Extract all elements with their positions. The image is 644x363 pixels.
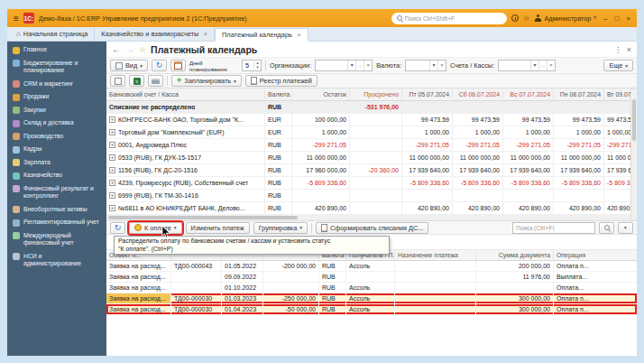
expand-icon[interactable]: + — [109, 205, 115, 211]
sidebar-item[interactable]: CRM и маркетинг — [7, 78, 106, 91]
structure-button[interactable] — [110, 75, 125, 87]
print-button[interactable] — [148, 75, 163, 87]
column-header-day[interactable]: Пн 08.07.2024 — [554, 88, 604, 100]
chevron-down-icon[interactable]: ▾ — [347, 60, 355, 70]
calendar-row[interactable]: +4239, Промресурс (RUB), Собственный сче… — [106, 177, 630, 190]
calendar-row[interactable]: +0533 (RUB), ГК ДУК-15-1517RUB11 000 000… — [106, 152, 630, 164]
sidebar-item[interactable]: Главное — [7, 43, 106, 57]
search-input[interactable] — [405, 15, 501, 22]
payment-row[interactable]: Заявка на расход...09.09.2022RUB11 976,0… — [106, 272, 637, 283]
scrollbar-thumb[interactable] — [108, 216, 298, 219]
calendar-button[interactable] — [170, 60, 186, 71]
tab[interactable]: ⌂Начальная страница — [10, 27, 95, 41]
sidebar-item[interactable]: Международный финансовый учет — [7, 229, 106, 250]
payment-row[interactable]: Заявка на расход...ТД00-00003001.04.2023… — [106, 304, 637, 315]
excel-export-button[interactable]: x — [129, 75, 144, 87]
to-pay-button[interactable]: К оплате ▾ — [129, 222, 182, 234]
org-field[interactable]: ▾ … × — [315, 60, 373, 71]
column-header-currency[interactable]: Валюта — [265, 88, 292, 100]
history-icon[interactable] — [511, 14, 519, 22]
sidebar-item[interactable]: Закупки — [7, 104, 106, 117]
tab[interactable]: Платежный календарь× — [215, 28, 308, 42]
edit-payment-button[interactable]: Изменить платеж — [186, 222, 250, 234]
grouping-button[interactable]: Группировка ▾ — [253, 222, 308, 234]
expand-icon[interactable]: + — [109, 192, 115, 199]
scrollbar-thumb[interactable] — [632, 99, 636, 141]
clear-icon[interactable]: × — [547, 60, 555, 70]
accounts-field[interactable]: ▾ … × — [498, 60, 556, 71]
chevron-down-icon[interactable]: ▾ — [429, 60, 437, 70]
vertical-scrollbar[interactable] — [630, 88, 637, 220]
user-menu[interactable]: Администратор ▾ — [534, 14, 596, 23]
expand-icon[interactable]: + — [109, 142, 115, 148]
refresh-list-button[interactable]: ↻ — [110, 222, 125, 234]
forward-icon[interactable]: → — [125, 44, 134, 54]
payment-registry-button[interactable]: Реестр платежей — [245, 75, 317, 87]
sidebar-item[interactable]: Кадры — [7, 143, 106, 156]
column-header-balance[interactable]: Остаток — [292, 88, 350, 100]
sidebar-item[interactable]: Финансовый результат и контроллинг — [7, 182, 106, 203]
sidebar-item[interactable]: Склад и доставка — [7, 116, 106, 130]
maximize-button[interactable]: □ — [614, 14, 619, 23]
expand-icon[interactable]: + — [109, 154, 115, 161]
favorites-icon[interactable]: ☆ — [523, 14, 530, 23]
column-header-day[interactable]: Вт 09.07.2024 — [604, 88, 630, 100]
payment-row[interactable]: Заявка на расход...ТД00-00004301.05.2022… — [106, 261, 637, 272]
calendar-row[interactable]: +6999 (RUB), ГК ТМ-30-1416RUB — [106, 190, 630, 202]
global-search[interactable] — [391, 13, 507, 24]
column-header-purpose[interactable]: Назначение платежа — [395, 250, 476, 260]
expand-icon[interactable]: + — [109, 129, 115, 135]
calendar-row[interactable]: +0001, Андромеда ПлюсRUB-299 271,05-299 … — [106, 139, 630, 152]
column-header-day[interactable]: Сб 06.07.2024 — [453, 88, 503, 100]
sidebar-item[interactable]: Продажи — [7, 90, 106, 104]
sidebar-item[interactable]: Казначейство — [7, 169, 106, 182]
clear-icon[interactable]: × — [363, 60, 372, 70]
column-header-day[interactable]: Вс 07.07.2024 — [503, 88, 554, 100]
list-search[interactable] — [512, 222, 595, 234]
calendar-row[interactable]: +1156 (RUB), ГК ДС-20-1516RUB17 960 000,… — [106, 164, 630, 177]
favorite-star-icon[interactable]: ☆ — [139, 45, 146, 54]
expand-icon[interactable]: + — [109, 116, 115, 123]
tab[interactable]: Казначейство и взаиморасчеты× — [95, 27, 215, 41]
clear-icon[interactable]: × — [437, 60, 446, 70]
spinner-arrows-icon[interactable]: ▴▾ — [253, 61, 261, 70]
refresh-button[interactable]: ↻ — [152, 60, 167, 71]
list-search-input[interactable] — [516, 225, 592, 231]
calendar-row[interactable]: Списание не распределеноRUB-531 976,00 — [106, 101, 630, 114]
column-header-day[interactable]: Пт 05.07.2024 — [402, 88, 453, 100]
calendar-row[interactable]: +КОНГРЕСС-БАНК ОАО, Торговый дом "К...EU… — [106, 114, 630, 126]
more-button[interactable]: Еще ▾ — [603, 60, 633, 71]
minimize-button[interactable]: – — [603, 14, 607, 23]
column-header-overdue[interactable]: Просрочено — [350, 88, 402, 100]
calendar-row[interactable]: +Торговый дом "Комплексный" (EUR)EUR1 00… — [106, 126, 630, 139]
hamburger-icon[interactable]: ≡ — [14, 14, 19, 23]
payment-row[interactable]: Заявка на расход...01.10.2022RUBАссольОп… — [106, 283, 637, 293]
sidebar-item[interactable]: Зарплата — [7, 156, 106, 170]
sidebar-item[interactable]: НСИ и администрирование — [7, 250, 106, 271]
chevron-down-icon[interactable]: ▾ — [530, 60, 538, 70]
days-input[interactable]: 5 ▴▾ — [242, 60, 262, 71]
choose-icon[interactable]: … — [538, 60, 547, 70]
close-tab-icon[interactable]: × — [297, 31, 301, 39]
more-icon[interactable]: ⋮ — [614, 45, 622, 54]
choose-icon[interactable]: … — [355, 60, 363, 70]
expand-icon[interactable]: + — [109, 180, 115, 186]
sidebar-item[interactable]: Регламентированный учет — [7, 216, 106, 229]
find-button[interactable] — [599, 222, 614, 234]
form-writeoffs-button[interactable]: Сформировать списания ДС... — [316, 222, 428, 234]
close-window-button[interactable]: × — [626, 14, 630, 23]
close-form-icon[interactable]: × — [627, 45, 631, 54]
close-tab-icon[interactable]: × — [203, 30, 207, 38]
sidebar-item[interactable]: Производство — [7, 130, 106, 144]
back-icon[interactable]: ← — [112, 44, 121, 54]
calendar-row[interactable]: +№6811 в АО ЮНИКРЕДИТ БАНК, Делово...RUB… — [106, 202, 630, 215]
sidebar-item[interactable]: Бюджетирование и планирование — [7, 57, 106, 78]
view-button[interactable]: Вид ▾ — [110, 60, 148, 71]
sidebar-item[interactable]: Внеоборотные активы — [7, 203, 106, 217]
plan-button[interactable]: + Запланировать ▾ — [171, 75, 242, 87]
currency-field[interactable]: ▾ × — [405, 60, 446, 71]
payment-row[interactable]: Заявка на расход...ТД00-00003001.03.2023… — [106, 293, 637, 304]
column-header-account[interactable]: Банковский счет / Касса — [106, 88, 265, 100]
list-more-button[interactable]: ▾ — [618, 222, 633, 234]
expand-icon[interactable]: + — [109, 167, 115, 173]
